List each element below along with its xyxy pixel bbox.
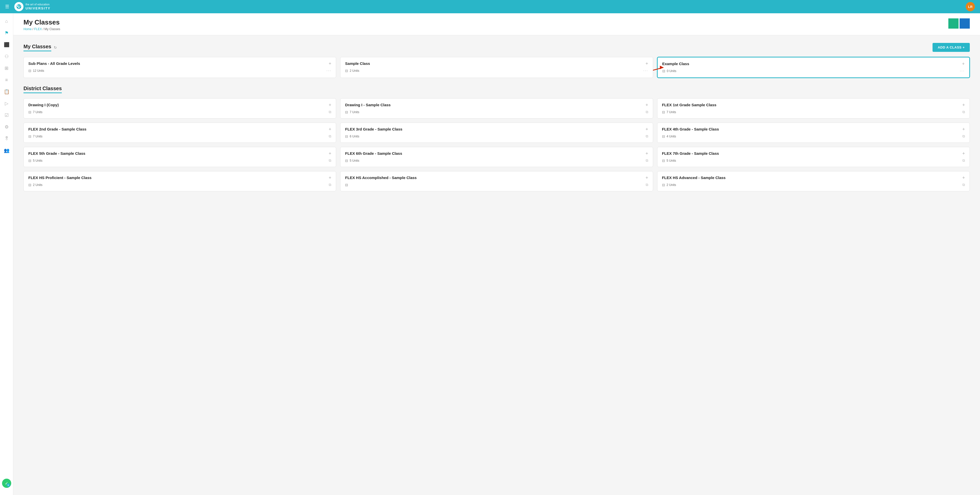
card-title: Drawing I (Copy) [28,103,329,107]
ms-blue-icon[interactable] [959,18,970,29]
district-class-card-flex-1st[interactable]: FLEX 1st Grade Sample Class + ⊟ 7 Units … [657,98,970,118]
logo-icon [16,4,22,10]
district-class-card-flex-7th[interactable]: FLEX 7th Grade - Sample Class + ⊟ 5 Unit… [657,147,970,167]
units-icon: ⊟ [28,134,32,139]
card-add-button[interactable]: + [962,103,965,107]
svg-point-0 [16,4,21,9]
district-classes-title: District Classes [24,86,62,93]
card-add-button[interactable]: + [646,176,648,180]
district-class-card-flex-5th[interactable]: FLEX 5th Grade - Sample Class + ⊟ 5 Unit… [24,147,336,167]
units-count: 5 Units [667,159,676,163]
card-add-button[interactable]: + [329,151,331,156]
district-class-card-drawing-sample[interactable]: Drawing I - Sample Class + ⊟ 7 Units ⧉ [340,98,653,118]
card-copy-button[interactable]: ⧉ [646,134,648,139]
units-count: 2 Units [33,183,42,187]
units-count: 4 Units [667,135,676,138]
card-add-button[interactable]: + [329,127,331,131]
card-copy-button[interactable]: ⧉ [329,158,331,163]
card-add-button[interactable]: + [962,176,965,180]
district-class-card-flex-hs-acc[interactable]: FLEX HS Accomplished - Sample Class + ⊟ … [340,171,653,191]
card-add-button[interactable]: + [962,62,965,66]
card-add-button[interactable]: + [646,151,648,156]
card-copy-button[interactable]: ⧉ [646,183,648,187]
sidebar-item-book[interactable]: 📋 [1,86,12,97]
card-copy-button[interactable]: ⧉ [646,158,648,163]
units-count: 7 Units [667,110,676,114]
ms-green-icon[interactable] [948,18,959,29]
units-count: 7 Units [33,135,42,138]
card-copy-button[interactable]: ⧉ [963,134,965,139]
units-count: 7 Units [350,110,359,114]
home-icon: ⌂ [5,19,8,24]
svg-point-3 [18,7,20,8]
sidebar-item-bookmark[interactable]: ⬛ [1,39,12,50]
card-title: FLEX HS Proficient - Sample Class [28,176,329,180]
sidebar-item-grid[interactable]: ⊞ [1,63,12,73]
my-class-card-sample-class[interactable]: Sample Class + ⊟ 2 Units ··· [340,57,653,78]
card-title: FLEX HS Accomplished - Sample Class [345,176,646,180]
district-class-card-flex-hs-prof[interactable]: FLEX HS Proficient - Sample Class + ⊟ 2 … [24,171,336,191]
units-icon: ⊟ [28,69,32,73]
breadcrumb-home[interactable]: Home [24,27,32,31]
units-count: 7 Units [33,110,42,114]
sidebar-item-play[interactable]: ▷ [1,98,12,109]
breadcrumb-current: My Classes [45,27,60,31]
refresh-icon[interactable]: ↻ [54,45,57,50]
badge-icon: 🎖 [4,136,9,142]
card-copy-button[interactable]: ⧉ [646,110,648,114]
sidebar-item-home[interactable]: ⌂ [1,16,12,27]
card-add-button[interactable]: + [646,127,648,131]
card-add-button[interactable]: + [646,103,648,107]
sidebar-item-flag[interactable]: ⚑ [1,27,12,38]
notification-count: 6 [6,483,10,487]
district-class-card-flex-2nd[interactable]: FLEX 2nd Grade - Sample Class + ⊟ 7 Unit… [24,123,336,143]
people-icon: ⚇ [5,54,9,59]
units-count: 5 Units [33,159,42,163]
units-icon: ⊟ [345,69,348,73]
card-title: FLEX 7th Grade - Sample Class [662,151,963,156]
svg-point-2 [19,6,21,6]
card-more-button[interactable]: ··· [643,69,648,73]
sidebar-item-gear[interactable]: ⚙ [1,121,12,132]
units-count: 0 Units [667,69,676,73]
sidebar: ⌂ ⚑ ⬛ ⚇ ⊞ ≡ 📋 ▷ ☑ ⚙ 🎖 [0,13,13,495]
card-add-button[interactable]: + [329,61,331,66]
page-title: My Classes [24,18,60,26]
logo-area[interactable]: the art of education UNIVERSITY [14,2,51,11]
my-class-card-example-class[interactable]: Example Class + ⊟ 0 Units ··· [657,57,970,78]
card-copy-button[interactable]: ⧉ [963,110,965,114]
district-class-card-flex-6th[interactable]: FLEX 6th Grade - Sample Class + ⊟ 5 Unit… [340,147,653,167]
my-class-card-sub-plans[interactable]: Sub Plans - All Grade Levels + ⊟ 12 Unit… [24,57,336,78]
add-class-button[interactable]: ADD A CLASS + [932,43,970,52]
notification-check[interactable]: ✓ 6 [2,479,11,488]
sidebar-item-badge[interactable]: 🎖 [1,133,12,144]
district-class-card-flex-4th[interactable]: FLEX 4th Grade - Sample Class + ⊟ 4 Unit… [657,123,970,143]
card-add-button[interactable]: + [329,176,331,180]
hamburger-menu[interactable]: ☰ [5,4,9,10]
card-copy-button[interactable]: ⧉ [963,158,965,163]
card-copy-button[interactable]: ⧉ [963,183,965,187]
sidebar-item-users[interactable]: 👥 [1,145,12,156]
district-class-card-flex-3rd[interactable]: FLEX 3rd Grade - Sample Class + ⊟ 6 Unit… [340,123,653,143]
card-copy-button[interactable]: ⧉ [329,134,331,139]
card-units: ⊟ 5 Units [662,159,676,163]
breadcrumb-flex[interactable]: FLEX [34,27,42,31]
user-avatar[interactable]: LR [966,2,975,11]
card-units: ⊟ [345,183,350,187]
card-title: Example Class [662,62,962,66]
card-add-button[interactable]: + [329,103,331,107]
card-add-button[interactable]: + [962,127,965,131]
sidebar-item-check[interactable]: ☑ [1,110,12,121]
units-icon: ⊟ [662,183,665,187]
card-more-button[interactable]: ··· [326,69,331,73]
district-class-card-drawing-copy[interactable]: Drawing I (Copy) + ⊟ 7 Units ⧉ [24,98,336,118]
sidebar-item-people[interactable]: ⚇ [1,51,12,62]
card-add-button[interactable]: + [962,151,965,156]
card-copy-button[interactable]: ⧉ [329,110,331,114]
card-copy-button[interactable]: ⧉ [329,183,331,187]
card-add-button[interactable]: + [646,61,648,66]
sidebar-item-list[interactable]: ≡ [1,75,12,85]
card-title: FLEX 1st Grade Sample Class [662,103,963,107]
district-class-card-flex-hs-adv[interactable]: FLEX HS Advanced - Sample Class + ⊟ 2 Un… [657,171,970,191]
card-more-button[interactable]: ··· [960,69,965,73]
